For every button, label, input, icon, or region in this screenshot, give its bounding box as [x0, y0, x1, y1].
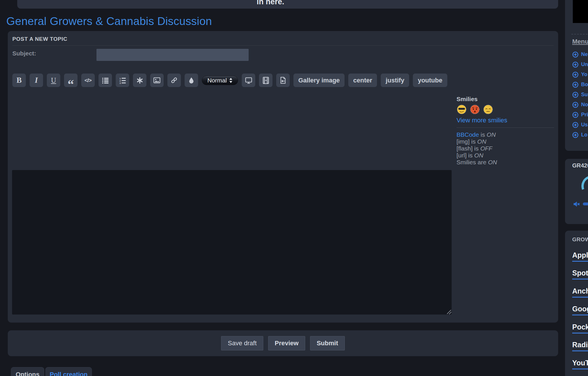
save-draft-button[interactable]: Save draft [221, 336, 263, 350]
volume-bar[interactable] [583, 203, 588, 205]
page-title: General Growers & Cannabis Discussion [6, 15, 212, 28]
italic-icon: I [35, 76, 38, 84]
tab-poll-creation[interactable]: Poll creation [45, 367, 92, 376]
center-button[interactable]: center [348, 74, 377, 87]
podcast-link-anchor[interactable]: Anch [572, 287, 588, 298]
partial-post-text: in here. [17, 0, 524, 6]
smilies-title: Smilies [457, 96, 556, 103]
menu-item[interactable]: No [572, 100, 588, 110]
menu-item[interactable]: Lo [572, 130, 588, 140]
youtube-button[interactable]: youtube [413, 74, 447, 87]
smiley-row [457, 104, 556, 115]
bbcode-status-line: [url] is ON [457, 152, 556, 159]
podcast-link-apple[interactable]: Apple [572, 251, 588, 262]
circle-arrow-icon [572, 102, 579, 108]
subject-input[interactable] [96, 49, 249, 61]
circle-arrow-icon [572, 61, 579, 68]
submit-panel: Save draft Preview Submit [8, 330, 558, 356]
code-button[interactable]: </> [81, 74, 95, 87]
bullet-list-button[interactable] [98, 74, 112, 87]
radio-title: GR420 [572, 162, 588, 169]
circle-arrow-icon [572, 82, 579, 88]
circle-arrow-icon [572, 132, 579, 138]
bbcode-status-line: Smilies are ON [457, 159, 556, 166]
podcast-link-spotify[interactable]: Spoti [572, 269, 588, 279]
textarea-resize-handle[interactable] [445, 308, 452, 315]
menu-item[interactable]: Ne [572, 49, 588, 59]
smiley-cool-icon[interactable] [457, 104, 467, 115]
menu-item[interactable]: Yo [572, 70, 588, 80]
menu-item[interactable]: Un [572, 59, 588, 70]
italic-button[interactable]: I [30, 74, 43, 87]
ad-placeholder[interactable] [573, 0, 588, 23]
monitor-icon [245, 76, 253, 84]
film-icon [262, 76, 270, 84]
preview-button[interactable]: Preview [268, 336, 305, 350]
numbered-list-icon: 1 2 3 [119, 77, 126, 84]
smilies-panel: Smilies [457, 96, 556, 166]
bullet-list-icon [102, 77, 109, 84]
previous-post-panel-bottom: in here. [17, 0, 558, 9]
bbcode-status-line: [img] is ON [457, 138, 556, 145]
loading-spinner [578, 172, 588, 200]
image-icon [153, 76, 161, 84]
sidebar-menu-panel: Menu Ne Un Yo Bo Su [565, 0, 588, 151]
mute-speaker-icon[interactable] [573, 200, 581, 208]
podcast-link-pocket[interactable]: Pocke [572, 323, 588, 333]
menu-item[interactable]: Pri [572, 110, 588, 120]
list-item-button[interactable] [133, 74, 146, 87]
image-button[interactable] [150, 74, 164, 87]
smiley-flushed-icon[interactable] [470, 104, 480, 115]
submit-button[interactable]: Submit [310, 336, 345, 350]
bold-button[interactable]: B [12, 74, 26, 87]
bbcode-status-line: [flash] is OFF [457, 145, 556, 152]
fullscreen-editor-button[interactable] [242, 74, 255, 87]
circle-arrow-icon [572, 51, 579, 58]
numbered-list-button[interactable]: 1 2 3 [116, 74, 129, 87]
menu-item[interactable]: Bo [572, 80, 588, 90]
header-divider [12, 45, 554, 46]
podcast-link-radio[interactable]: Radio [572, 341, 588, 351]
menu-item[interactable]: Su [572, 90, 588, 100]
radio-player-panel: GR420 [565, 159, 588, 224]
podcast-panel-title: GROW [572, 236, 588, 243]
dashed-divider [571, 34, 588, 34]
smiley-sleepy-icon[interactable] [483, 104, 493, 115]
podcast-links-panel: GROW Apple Spoti Anch Goog Pocke Radio Y… [565, 231, 588, 376]
gallery-image-button[interactable]: Gallery image [293, 74, 345, 87]
post-topic-panel: POST A NEW TOPIC Subject: B I U “ </> [8, 31, 558, 323]
podcast-link-google[interactable]: Goog [572, 305, 588, 315]
font-color-button[interactable] [185, 74, 198, 87]
bbcode-status-line: BBCode is ON [457, 131, 556, 138]
menu-list: Ne Un Yo Bo Su No [572, 49, 588, 140]
font-size-select[interactable]: Normal [202, 76, 238, 85]
justify-button[interactable]: justify [381, 74, 409, 87]
svg-text:3: 3 [119, 82, 121, 84]
circle-arrow-icon [572, 122, 579, 128]
panel-title: POST A NEW TOPIC [12, 36, 67, 42]
tab-options[interactable]: Options [11, 367, 44, 376]
select-arrows-icon [229, 78, 233, 83]
bbcode-status-list: BBCode is ON [img] is ON [flash] is OFF … [457, 131, 556, 166]
bbcode-toolbar: B I U “ </> [12, 74, 447, 87]
flash-button[interactable] [259, 74, 272, 87]
underline-icon: U [51, 77, 56, 84]
underline-button[interactable]: U [47, 74, 60, 87]
document-video-icon [279, 76, 287, 84]
link-button[interactable] [167, 74, 181, 87]
message-textarea[interactable] [12, 170, 452, 315]
circle-arrow-icon [572, 112, 579, 118]
quote-button[interactable]: “ [64, 74, 78, 87]
podcast-link-youtube[interactable]: YouT [572, 359, 588, 369]
bbcode-faq-link[interactable]: BBCode [457, 131, 479, 138]
video-attachment-button[interactable] [276, 74, 290, 87]
subject-label: Subject: [12, 50, 36, 57]
font-size-value: Normal [207, 77, 227, 84]
menu-title: Menu [572, 38, 588, 45]
circle-arrow-icon [572, 72, 579, 78]
asterisk-icon [136, 77, 144, 84]
smilies-divider [457, 128, 554, 128]
menu-item[interactable]: Us [572, 120, 588, 130]
view-more-smilies-link[interactable]: View more smilies [457, 117, 507, 124]
code-icon: </> [84, 77, 91, 84]
